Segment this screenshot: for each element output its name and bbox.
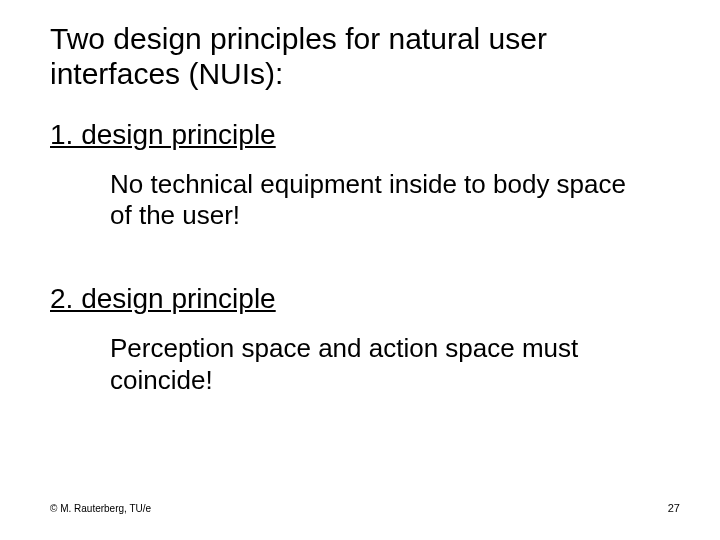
principle-2-body: Perception space and action space must c…: [110, 333, 630, 395]
principle-2-heading: 2. design principle: [50, 283, 670, 315]
principle-1: 1. design principle No technical equipme…: [50, 119, 670, 231]
footer: © M. Rauterberg, TU/e 27: [50, 502, 680, 514]
copyright: © M. Rauterberg, TU/e: [50, 503, 151, 514]
principle-1-body: No technical equipment inside to body sp…: [110, 169, 630, 231]
slide: Two design principles for natural user i…: [0, 0, 720, 540]
page-number: 27: [668, 502, 680, 514]
principle-1-heading: 1. design principle: [50, 119, 670, 151]
principle-2: 2. design principle Perception space and…: [50, 283, 670, 395]
slide-title: Two design principles for natural user i…: [50, 22, 670, 91]
